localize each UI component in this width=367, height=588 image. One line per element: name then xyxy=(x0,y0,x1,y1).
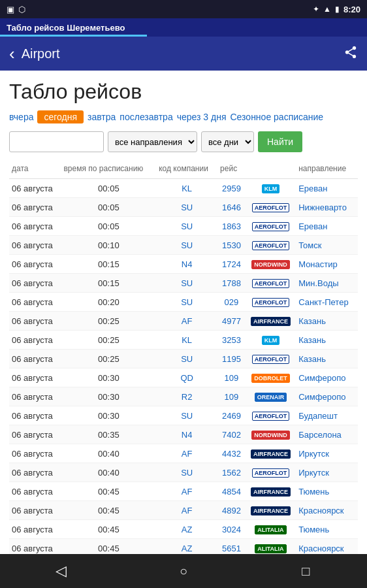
cell-logo: KLM xyxy=(246,179,296,198)
cell-code[interactable]: N4 xyxy=(156,425,217,444)
cell-code[interactable]: SU xyxy=(156,406,217,425)
cell-flight[interactable]: 1724 xyxy=(217,255,246,274)
table-row: 06 августа 00:45 AF 4854 AIRFRANCE Тюмен… xyxy=(9,482,358,501)
cell-dest[interactable]: Иркутск xyxy=(296,463,358,482)
cell-flight[interactable]: 3024 xyxy=(217,520,246,539)
cell-flight[interactable]: 1788 xyxy=(217,274,246,293)
cell-dest[interactable]: Иркутск xyxy=(296,444,358,463)
days-select[interactable]: все дни xyxy=(201,131,254,152)
cell-flight[interactable]: 2959 xyxy=(217,179,246,198)
cell-dest[interactable]: Казань xyxy=(296,350,358,368)
col-time: время по расписанию xyxy=(61,161,156,179)
cell-date: 06 августа xyxy=(9,368,61,387)
cell-date: 06 августа xyxy=(9,406,61,425)
cell-code[interactable]: AF xyxy=(156,501,217,520)
cell-logo: KLM xyxy=(246,331,296,350)
cell-time: 00:05 xyxy=(61,217,156,236)
cell-date: 06 августа xyxy=(9,444,61,463)
date-nav-today[interactable]: сегодня xyxy=(37,110,84,123)
cell-dest[interactable]: Санкт-Петер xyxy=(296,293,358,312)
col-flight: рейс xyxy=(217,161,246,179)
wifi-icon: ▲ xyxy=(323,5,331,14)
cell-dest[interactable]: Тюмень xyxy=(296,520,358,539)
date-nav-3days[interactable]: через 3 дня xyxy=(177,112,227,122)
cell-date: 06 августа xyxy=(9,217,61,236)
cell-code[interactable]: SU xyxy=(156,274,217,293)
cell-flight[interactable]: 029 xyxy=(217,293,246,312)
back-nav-button[interactable]: ◁ xyxy=(42,554,81,588)
cell-time: 00:40 xyxy=(61,444,156,463)
cell-code[interactable]: QD xyxy=(156,368,217,387)
home-nav-button[interactable]: ○ xyxy=(164,554,203,588)
cell-flight[interactable]: 3253 xyxy=(217,331,246,350)
cell-dest[interactable]: Будапешт xyxy=(296,406,358,425)
cell-dest[interactable]: Мин.Воды xyxy=(296,274,358,293)
cell-code[interactable]: AF xyxy=(156,482,217,501)
cell-dest[interactable]: Симферопо xyxy=(296,387,358,406)
cell-flight[interactable]: 4892 xyxy=(217,501,246,520)
date-nav-seasonal[interactable]: Сезонное расписание xyxy=(231,112,324,122)
cell-flight[interactable]: 109 xyxy=(217,368,246,387)
cell-flight[interactable]: 1646 xyxy=(217,198,246,217)
cell-date: 06 августа xyxy=(9,501,61,520)
cell-time: 00:25 xyxy=(61,312,156,331)
cell-code[interactable]: KL xyxy=(156,331,217,350)
cell-logo: AEROFLOT xyxy=(246,274,296,293)
cell-code[interactable]: SU xyxy=(156,463,217,482)
cell-flight[interactable]: 109 xyxy=(217,387,246,406)
cell-code[interactable]: R2 xyxy=(156,387,217,406)
battery-icon: ▮ xyxy=(335,5,340,14)
cell-code[interactable]: SU xyxy=(156,350,217,368)
cell-dest[interactable]: Томск xyxy=(296,236,358,255)
date-nav-day-after[interactable]: послезавтра xyxy=(120,112,172,122)
cell-logo: NORDWIND xyxy=(246,255,296,274)
cell-flight[interactable]: 2469 xyxy=(217,406,246,425)
cell-code[interactable]: KL xyxy=(156,179,217,198)
date-nav-yesterday[interactable]: вчера xyxy=(9,112,33,122)
cell-code[interactable]: N4 xyxy=(156,255,217,274)
cell-date: 06 августа xyxy=(9,312,61,331)
table-row: 06 августа 00:15 SU 1788 AEROFLOT Мин.Во… xyxy=(9,274,358,293)
cell-dest[interactable]: Казань xyxy=(296,312,358,331)
cell-dest[interactable]: Ереван xyxy=(296,179,358,198)
cell-code[interactable]: AZ xyxy=(156,520,217,539)
status-bar-right: ✦ ▲ ▮ 8:20 xyxy=(313,5,360,14)
back-button[interactable]: ‹ xyxy=(9,44,15,64)
search-button[interactable]: Найти xyxy=(258,131,302,152)
table-row: 06 августа 00:15 N4 1724 NORDWIND Монаст… xyxy=(9,255,358,274)
cell-flight[interactable]: 1562 xyxy=(217,463,246,482)
cell-code[interactable]: SU xyxy=(156,217,217,236)
cell-flight[interactable]: 4977 xyxy=(217,312,246,331)
cell-dest[interactable]: Симферопо xyxy=(296,368,358,387)
android-icon: ▣ xyxy=(7,5,14,14)
recent-nav-button[interactable]: □ xyxy=(286,554,325,588)
cell-code[interactable]: SU xyxy=(156,236,217,255)
cell-flight[interactable]: 1195 xyxy=(217,350,246,368)
cell-code[interactable]: AF xyxy=(156,312,217,331)
cell-flight[interactable]: 1530 xyxy=(217,236,246,255)
cell-code[interactable]: SU xyxy=(156,293,217,312)
share-button[interactable] xyxy=(343,45,358,63)
cell-flight[interactable]: 1863 xyxy=(217,217,246,236)
cell-logo: AIRFRANCE xyxy=(246,444,296,463)
table-row: 06 августа 00:30 SU 2469 AEROFLOT Будапе… xyxy=(9,406,358,425)
table-row: 06 августа 00:05 KL 2959 KLM Ереван xyxy=(9,179,358,198)
cell-dest[interactable]: Монастир xyxy=(296,255,358,274)
cell-flight[interactable]: 4854 xyxy=(217,482,246,501)
cell-code[interactable]: SU xyxy=(156,198,217,217)
cell-dest[interactable]: Ереван xyxy=(296,217,358,236)
cell-code[interactable]: AF xyxy=(156,444,217,463)
cell-dest[interactable]: Тюмень xyxy=(296,482,358,501)
date-nav-tomorrow[interactable]: завтра xyxy=(88,112,116,122)
cell-dest[interactable]: Нижневарто xyxy=(296,198,358,217)
cell-flight[interactable]: 7402 xyxy=(217,425,246,444)
cell-dest[interactable]: Красноярск xyxy=(296,501,358,520)
direction-select[interactable]: все направления xyxy=(108,131,197,152)
cell-time: 00:30 xyxy=(61,387,156,406)
search-input[interactable] xyxy=(9,131,104,152)
title-bar: Табло рейсов Шереметьево xyxy=(0,18,367,37)
cell-dest[interactable]: Барселона xyxy=(296,425,358,444)
cell-flight[interactable]: 4432 xyxy=(217,444,246,463)
cell-date: 06 августа xyxy=(9,331,61,350)
cell-dest[interactable]: Казань xyxy=(296,331,358,350)
